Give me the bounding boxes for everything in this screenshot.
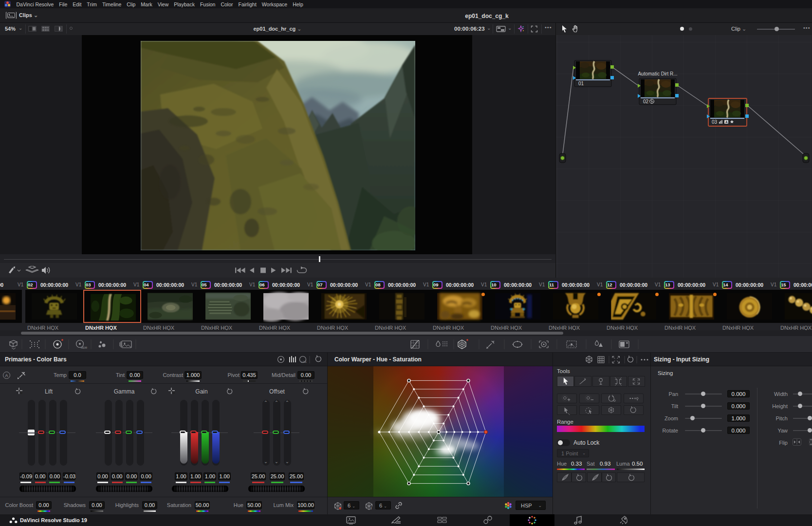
svg-text:A: A (725, 120, 728, 124)
svg-text:HDR: HDR (81, 346, 88, 349)
svg-text:03: 03 (712, 119, 718, 125)
svg-text:LOG: LOG (301, 360, 307, 363)
svg-text:01: 01 (578, 81, 584, 86)
svg-text:i: i (370, 506, 371, 510)
svg-text:02: 02 (643, 99, 649, 104)
svg-text:Automatic Dirt R...: Automatic Dirt R... (638, 71, 677, 76)
